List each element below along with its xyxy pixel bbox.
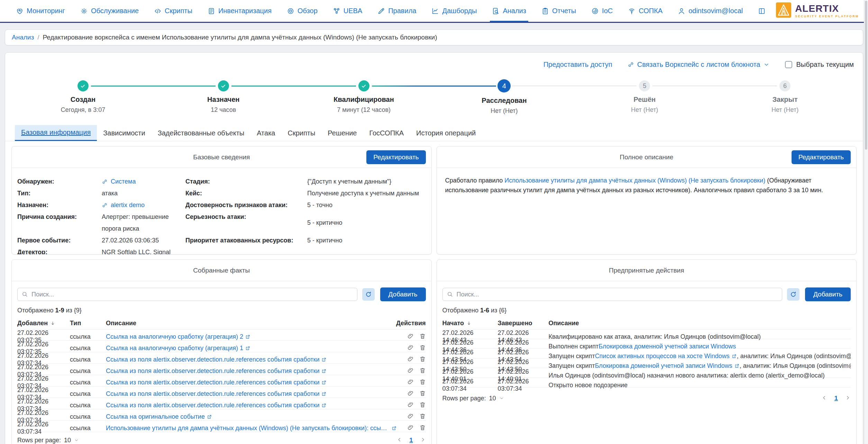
nav-item-account[interactable]: odintsovim@local xyxy=(678,0,743,22)
select-current-checkbox[interactable]: Выбрать текущим xyxy=(785,61,854,69)
facts-rows-per-page[interactable]: Rows per page: 10 xyxy=(17,437,79,444)
field-value: {"Доступ к учетным данным"} xyxy=(307,176,426,187)
field-link[interactable]: Система xyxy=(111,176,136,187)
attach-button[interactable] xyxy=(407,379,414,386)
paperclip-icon xyxy=(407,413,414,419)
facts-refresh-button[interactable] xyxy=(362,288,375,301)
facts-col-added[interactable]: Добавлен xyxy=(17,320,70,327)
actions-col-started[interactable]: Начато xyxy=(442,320,498,327)
nav-item-overview[interactable]: Обзор xyxy=(287,0,318,22)
tab-history[interactable]: История операций xyxy=(410,125,482,141)
nav-item-dashboards[interactable]: Дашборды xyxy=(431,0,477,22)
actions-col-finished[interactable]: Завершено xyxy=(498,320,549,327)
stepper-connector xyxy=(91,86,216,87)
facts-col-actions: Действия xyxy=(397,320,426,327)
tab-attack[interactable]: Атака xyxy=(250,125,281,141)
tab-gossopka[interactable]: ГосСОПКА xyxy=(363,125,410,141)
delete-button[interactable] xyxy=(419,379,426,386)
tab-scripts[interactable]: Скрипты xyxy=(282,125,322,141)
text-link[interactable]: Использование утилиты для дампа учётных … xyxy=(504,177,765,184)
stepper-label: Назначен xyxy=(207,96,239,104)
delete-button[interactable] xyxy=(419,401,426,409)
page-scrollbar[interactable] xyxy=(864,0,868,444)
attach-button[interactable] xyxy=(407,333,414,340)
nav-item-ioc[interactable]: IoC xyxy=(591,0,613,22)
next-page-button[interactable] xyxy=(420,437,426,444)
nav-item-sopka[interactable]: СОПКА xyxy=(628,0,663,22)
facts-count-range: 1-9 xyxy=(55,307,64,314)
attach-button[interactable] xyxy=(407,356,414,363)
delete-button[interactable] xyxy=(419,413,426,420)
nav-item-reports[interactable]: Отчеты xyxy=(541,0,576,22)
actions-search-input[interactable] xyxy=(442,288,783,301)
nav-item-inventory[interactable]: Инвентаризация xyxy=(208,0,272,22)
actions-table-footer: Rows per page: 10 1 xyxy=(442,394,851,402)
nav-item-scripts[interactable]: Скрипты xyxy=(154,0,192,22)
breadcrumb-analysis-link[interactable]: Анализ xyxy=(12,34,34,41)
tab-solution[interactable]: Решение xyxy=(321,125,363,141)
actions-refresh-button[interactable] xyxy=(787,288,800,301)
nav-item-analysis[interactable]: Анализ xyxy=(492,0,526,22)
stepper-step-6[interactable]: 6ЗакрытНет (Нет) xyxy=(715,80,855,115)
delete-button[interactable] xyxy=(419,333,426,340)
col-label: Тип xyxy=(70,320,81,327)
text-link[interactable]: Блокировка доменной учетной записи Windo… xyxy=(599,343,736,350)
text-link[interactable]: Список активных процессов на хосте Windo… xyxy=(595,353,730,360)
field-value: 27.02.2026 03:06:35 xyxy=(102,234,185,246)
attach-button[interactable] xyxy=(407,344,414,352)
actions-col-description[interactable]: Описание xyxy=(549,320,851,327)
edit-description-button[interactable]: Редактировать xyxy=(792,150,851,164)
fact-link[interactable]: Использование утилиты для дампа учётных … xyxy=(106,425,390,432)
attach-button[interactable] xyxy=(407,367,414,375)
attach-button[interactable] xyxy=(407,413,414,420)
delete-button[interactable] xyxy=(419,344,426,352)
attach-button[interactable] xyxy=(407,424,414,432)
prev-page-button[interactable] xyxy=(821,395,827,402)
prev-page-button[interactable] xyxy=(396,437,402,444)
checkbox-box[interactable] xyxy=(785,61,792,68)
next-page-button[interactable] xyxy=(845,395,851,402)
attach-button[interactable] xyxy=(407,401,414,409)
attach-button[interactable] xyxy=(407,390,414,398)
edit-basic-info-button[interactable]: Редактировать xyxy=(366,150,426,164)
scrollbar-thumb[interactable] xyxy=(865,1,867,150)
tab-dependencies[interactable]: Зависимости xyxy=(97,125,151,141)
fact-link[interactable]: Ссылка из поля alertix.observer.detectio… xyxy=(106,390,319,398)
logo-title: ALERTIX xyxy=(795,4,859,14)
fact-link[interactable]: Ссылка на аналогичную сработку (агрегаци… xyxy=(106,333,243,340)
delete-button[interactable] xyxy=(419,390,426,398)
nav-item-maintenance[interactable]: Обслуживание xyxy=(80,0,139,22)
nav-item-label: IoC xyxy=(602,7,613,15)
delete-button[interactable] xyxy=(419,367,426,375)
grant-access-link[interactable]: Предоставить доступ xyxy=(543,61,612,69)
text-link[interactable]: Блокировка доменной учетной записи Windo… xyxy=(595,362,732,370)
nav-item-monitoring[interactable]: Мониторинг xyxy=(16,0,65,22)
nav-item-ueba[interactable]: UEBA xyxy=(333,0,362,22)
fact-link[interactable]: Ссылка на оригинальное событие xyxy=(106,413,205,420)
rules-icon xyxy=(377,7,385,15)
field-link[interactable]: alertix demo xyxy=(111,199,145,211)
facts-col-type[interactable]: Тип xyxy=(70,320,106,327)
stepper-sublabel: 7 минут (12 часов) xyxy=(337,106,391,114)
fact-link[interactable]: Ссылка на аналогичную сработку (агрегаци… xyxy=(106,345,243,352)
nav-item-rules[interactable]: Правила xyxy=(377,0,416,22)
delete-button[interactable] xyxy=(419,424,426,432)
tab-affected-objects[interactable]: Задействованные объекты xyxy=(152,125,251,141)
actions-rows-per-page[interactable]: Rows per page: 10 xyxy=(442,395,504,402)
facts-search-input[interactable] xyxy=(17,288,357,301)
delete-button[interactable] xyxy=(419,356,426,363)
link-notebook-button[interactable]: Связать Воркспейс с листом блокнота xyxy=(628,61,770,69)
facts-add-button[interactable]: Добавить xyxy=(380,287,426,301)
nav-item-columns-toggle[interactable] xyxy=(758,0,766,22)
page-number[interactable]: 1 xyxy=(409,436,413,444)
fact-link[interactable]: Ссылка из поля alertix.observer.detectio… xyxy=(106,402,319,409)
fact-link[interactable]: Ссылка из поля alertix.observer.detectio… xyxy=(106,367,319,375)
facts-col-description[interactable]: Описание xyxy=(106,320,397,327)
tab-basic-info[interactable]: Базовая информация xyxy=(15,125,97,141)
trash-icon xyxy=(419,413,426,419)
search-icon xyxy=(447,291,453,298)
actions-add-button[interactable]: Добавить xyxy=(805,287,851,301)
fact-link[interactable]: Ссылка из поля alertix.observer.detectio… xyxy=(106,379,319,386)
fact-link[interactable]: Ссылка из поля alertix.observer.detectio… xyxy=(106,356,319,363)
page-number[interactable]: 1 xyxy=(834,394,838,402)
